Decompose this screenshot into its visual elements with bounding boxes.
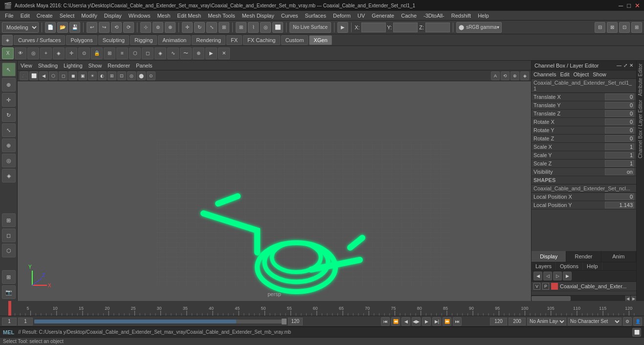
display-tab[interactable]: Display [532,251,566,262]
menu-item-file[interactable]: File [2,12,17,19]
new-file-button[interactable]: 📄 [45,22,56,33]
layers-button[interactable]: ≡ [116,47,128,59]
menu-item-modify[interactable]: Modify [78,12,100,19]
menu-item-redshift[interactable]: Redshift [448,12,474,19]
sync-btn[interactable]: ⟲ [501,71,510,80]
local-pos-x-value[interactable]: 0 [605,193,634,200]
layer-color-swatch[interactable] [551,283,558,290]
cam-sidebar[interactable]: 📷 [2,285,16,299]
lasso-tool-button[interactable]: ⊚ [153,22,163,33]
soft-select-sidebar[interactable]: ◎ [2,154,16,167]
end-frame-display[interactable] [288,318,303,325]
eye3-button[interactable]: ⊙ [78,47,90,59]
move-tool-sidebar[interactable]: ✛ [2,93,16,107]
camera-mode-button[interactable]: ◎ [27,47,39,59]
workspace-tab-fx[interactable]: FX [226,35,242,45]
quick-sel-sidebar[interactable]: ◻ [2,229,16,242]
select2-button[interactable]: ◈ [53,47,65,59]
wireframe-btn[interactable]: ⬡ [49,71,58,80]
attr-strip-label1[interactable]: Attribute Editor [638,64,643,96]
workspace-tab-rigging[interactable]: Rigging [130,35,157,45]
char-prefs-button[interactable]: 👤 [633,317,642,326]
right-scrollbar-thumb[interactable] [532,296,571,301]
hud-btn[interactable]: ⊡ [117,71,126,80]
translate-z-value[interactable]: 0 [605,110,634,117]
layers-tab[interactable]: Layers [532,262,556,270]
add-button[interactable]: + [40,47,52,59]
menu-item-edit-mesh[interactable]: Edit Mesh [174,12,204,19]
view-menu[interactable]: View [21,63,32,69]
show-menu[interactable]: Show [89,63,102,69]
select-tool-button[interactable]: ⊹ [140,22,151,33]
workspace-tab-curves-surfaces[interactable]: Curves / Surfaces [14,35,65,45]
redo2-button[interactable]: ⟳ [123,22,134,33]
workspace-dropdown[interactable]: Modeling [2,22,39,33]
rotate-z-row[interactable]: Rotate Z 0 [532,135,636,143]
start-frame-input[interactable] [2,318,17,325]
workspace-tab-custom[interactable]: Custom [281,35,309,45]
edit-menu[interactable]: Edit [560,71,569,77]
x-mode-button[interactable]: X [2,47,14,59]
x-input[interactable] [361,23,386,32]
workspace-tab-polygons[interactable]: Polygons [66,35,97,45]
eye-mode-button[interactable]: 👁 [15,47,26,59]
scale-tool-sidebar[interactable]: ⤡ [2,123,16,137]
undo2-button[interactable]: ⟲ [111,22,122,33]
layer-nav-left2[interactable]: ◁ [543,272,552,280]
snap-curve-button[interactable]: ⌇ [248,22,259,33]
menu-item-generate[interactable]: Generate [369,12,397,19]
cb-minimize-icon[interactable]: — [617,63,622,68]
menu-item-cache[interactable]: Cache [398,12,420,19]
step-forward-one-button[interactable]: ▶| [432,317,441,326]
current-frame-input[interactable] [18,318,33,325]
scroll-right-arrow[interactable]: ▶ [630,296,636,301]
layer-v-btn[interactable]: V [533,283,540,290]
smooth-btn[interactable]: ◻ [59,71,67,80]
gamma-button[interactable]: ⬤ sRGB gamma ▾ [456,22,502,33]
move2-button[interactable]: ✛ [66,47,77,59]
scale-x-value[interactable]: 1 [605,143,634,150]
live-surface-button[interactable]: No Live Surface [289,22,331,33]
grid-button[interactable]: ⊞ [104,47,115,59]
scale-tool-button[interactable]: ⤡ [206,22,217,33]
playback-slider[interactable] [34,320,287,323]
pin-button[interactable]: ◈ [2,35,13,46]
skip-to-end-button[interactable]: ⏭ [453,317,462,326]
menu-item--3dtoall-[interactable]: -3DtoAll- [421,12,447,19]
local-pos-x-row[interactable]: Local Position X 0 [532,193,636,201]
menu-item-uv[interactable]: UV [355,12,368,19]
save-file-button[interactable]: 💾 [69,22,80,33]
wave2-button[interactable]: 〜 [180,47,192,59]
viewport-3d[interactable]: X Y Z persp [18,81,531,301]
grid-vp-btn[interactable]: ⊞ [108,71,116,80]
isolate-btn[interactable]: ◎ [127,71,136,80]
translate-y-row[interactable]: Translate Y 0 [532,101,636,110]
menu-item-mesh-tools[interactable]: Mesh Tools [205,12,238,19]
rotate-y-row[interactable]: Rotate Y 0 [532,126,636,135]
render-button[interactable]: ◈ [155,47,166,59]
universal-tool-button[interactable]: ⊞ [219,22,229,33]
workspace-tab-rendering[interactable]: Rendering [192,35,225,45]
snap-grid-button[interactable]: ⊞ [236,22,246,33]
scale-x-row[interactable]: Scale X 1 [532,143,636,151]
poly2-button[interactable]: ◻ [142,47,154,59]
renderer-menu[interactable]: Renderer [108,63,130,69]
menu-item-mesh-display[interactable]: Mesh Display [239,12,277,19]
channels-menu[interactable]: Channels [533,71,556,77]
local-pos-y-row[interactable]: Local Position Y 1.143 [532,201,636,209]
right-scrollbar[interactable]: ◀ ▶ [532,295,636,301]
move-tool-button[interactable]: ✛ [182,22,193,33]
layer-nav-left[interactable]: ◀ [533,272,542,280]
layer-nav-right2[interactable]: ▷ [553,272,562,280]
undo-button[interactable]: ↩ [87,22,97,33]
scale-y-row[interactable]: Scale Y 1 [532,151,636,160]
panels-menu[interactable]: Panels [136,63,153,69]
close-button[interactable]: ✕ [635,2,640,9]
rotate-tool-button[interactable]: ↻ [194,22,205,33]
snap-cam-btn[interactable]: ⊕ [511,71,519,80]
help-tab[interactable]: Help [583,262,602,270]
lock-button[interactable]: 🔒 [91,47,103,59]
total-frames-input[interactable] [509,318,526,325]
res-btn[interactable]: ⬤ [137,71,146,80]
menu-item-surfaces[interactable]: Surfaces [302,12,329,19]
